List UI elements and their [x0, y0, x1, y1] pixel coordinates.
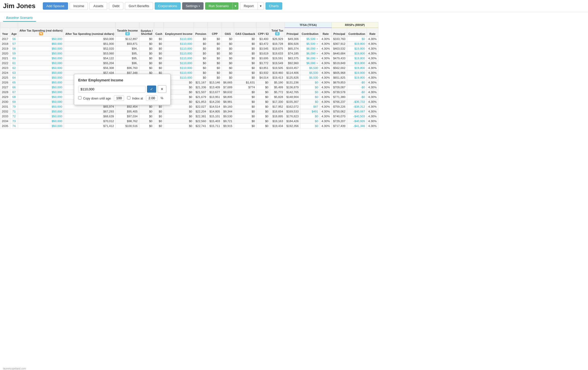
cell-rrsp-contribution[interactable]: $19,800: [347, 41, 367, 46]
cell-rrsp-contribution[interactable]: -$41,346: [347, 123, 367, 128]
cell-at-real[interactable]: $50,000: [18, 90, 64, 94]
cell-at-real[interactable]: $50,000: [18, 114, 64, 119]
cell-tfsa-contribution[interactable]: $6,000 ✕: [300, 61, 320, 65]
cell-at-real[interactable]: $50,000: [18, 85, 64, 90]
cell-emp[interactable]: $0: [164, 114, 194, 119]
cell-emp[interactable]: $0: [164, 123, 194, 128]
cell-rrsp-contribution[interactable]: -$0: [347, 90, 367, 94]
run-scenario-caret-button[interactable]: ▾: [233, 2, 238, 10]
cell-rrsp-contribution[interactable]: -$0: [347, 94, 367, 99]
index-label[interactable]: Index at: [127, 96, 143, 100]
cell-emp[interactable]: $110,000: [164, 65, 194, 70]
corporations-button[interactable]: Corporations: [155, 2, 181, 10]
gov-benefits-button[interactable]: Gov't Benefits: [125, 2, 153, 10]
cell-at-real[interactable]: $50,000: [18, 61, 64, 65]
tfsa-remove-icon[interactable]: ✕: [316, 47, 318, 50]
edit-spending-icon[interactable]: ✎: [39, 32, 43, 35]
popup-confirm-button[interactable]: ✓: [147, 86, 156, 93]
cell-rrsp-contribution[interactable]: $19,800: [347, 75, 367, 80]
cell-rrsp-contribution[interactable]: $0: [347, 36, 367, 41]
cell-tfsa-contribution[interactable]: $6,000 ✕: [300, 51, 320, 56]
tfsa-remove-icon[interactable]: ✕: [316, 42, 318, 45]
cell-at-real[interactable]: $50,000: [18, 65, 64, 70]
cell-tfsa-contribution[interactable]: $5,500 ✕: [300, 36, 320, 41]
cell-at-real[interactable]: $50,000: [18, 56, 64, 61]
cell-at-real[interactable]: $50,000: [18, 36, 64, 41]
cell-rrsp-contribution[interactable]: -$0: [347, 80, 367, 85]
cell-tfsa-contribution[interactable]: $0: [300, 94, 320, 99]
cell-tfsa-contribution[interactable]: $6,500: [300, 75, 320, 80]
cell-tfsa-contribution[interactable]: $0: [300, 119, 320, 123]
cell-tfsa-contribution[interactable]: $87: [300, 104, 320, 109]
cell-rrsp-rate: 4.30%: [367, 70, 378, 75]
cell-tfsa-contribution[interactable]: $491: [300, 109, 320, 114]
cell-tfsa-contribution[interactable]: $6,000 ✕: [300, 56, 320, 61]
cell-rrsp-contribution[interactable]: -$40,087: [347, 109, 367, 114]
popup-cancel-button[interactable]: ✕: [158, 85, 166, 93]
cell-emp[interactable]: $110,000: [164, 46, 194, 51]
copy-down-checkbox[interactable]: [78, 96, 82, 99]
index-checkbox[interactable]: [127, 96, 130, 99]
cell-at-real[interactable]: $50,000: [18, 109, 64, 114]
cell-rrsp-contribution[interactable]: $19,800: [347, 51, 367, 56]
cell-tfsa-contribution[interactable]: $0: [300, 123, 320, 128]
add-spouse-button[interactable]: Add Spouse: [43, 2, 68, 10]
cell-emp[interactable]: $110,000: [164, 41, 194, 46]
col-cpp-ei-header: [257, 22, 270, 28]
cell-emp[interactable]: $0: [164, 109, 194, 114]
cell-emp[interactable]: $0: [164, 119, 194, 123]
cell-rrsp-contribution[interactable]: -$0: [347, 85, 367, 90]
cell-at-real[interactable]: $50,000: [18, 70, 64, 75]
cell-rrsp-contribution[interactable]: -$36,732: [347, 99, 367, 104]
cell-at-real[interactable]: $50,000: [18, 123, 64, 128]
cell-tfsa-contribution[interactable]: $0: [300, 85, 320, 90]
tfsa-remove-icon[interactable]: ✕: [316, 62, 318, 65]
tfsa-remove-icon[interactable]: ✕: [316, 38, 318, 40]
copy-down-label[interactable]: Copy down until age: [78, 96, 111, 100]
charts-button[interactable]: Charts: [265, 2, 282, 10]
cell-rrsp-contribution[interactable]: $19,800: [347, 65, 367, 70]
copy-down-age-input[interactable]: [114, 95, 124, 101]
cell-at-real[interactable]: $50,000: [18, 94, 64, 99]
cell-tfsa-contribution[interactable]: $6,500: [300, 70, 320, 75]
tfsa-remove-icon[interactable]: ✕: [316, 57, 318, 60]
cell-at-real[interactable]: $50,000: [18, 41, 64, 46]
cell-at-real[interactable]: $50,000: [18, 80, 64, 85]
report-button[interactable]: Report: [240, 2, 258, 10]
cell-tfsa-contribution[interactable]: $0: [300, 99, 320, 104]
cell-emp[interactable]: $110,000: [164, 61, 194, 65]
cell-rrsp-contribution[interactable]: $19,800: [347, 70, 367, 75]
cell-at-real[interactable]: $50,000: [18, 99, 64, 104]
cell-rrsp-contribution[interactable]: $19,800: [347, 56, 367, 61]
report-caret-button[interactable]: ▾: [258, 2, 264, 10]
income-button[interactable]: Income: [70, 2, 88, 10]
run-scenario-button[interactable]: Run Scenario: [205, 2, 233, 10]
cell-tfsa-contribution[interactable]: $5,500 ✕: [300, 41, 320, 46]
cell-rrsp-contribution[interactable]: -$40,503: [347, 114, 367, 119]
assets-button[interactable]: Assets: [89, 2, 107, 10]
cell-at-real[interactable]: $50,000: [18, 46, 64, 51]
total-tax-list-icon[interactable]: ☰: [275, 32, 279, 35]
cell-at-real[interactable]: $50,000: [18, 119, 64, 123]
cell-emp[interactable]: $110,000: [164, 51, 194, 56]
cell-emp[interactable]: $110,000: [164, 36, 194, 41]
tfsa-remove-icon[interactable]: ✕: [316, 52, 318, 55]
cell-at-real[interactable]: $50,000: [18, 51, 64, 56]
cell-rrsp-contribution[interactable]: $19,800: [347, 61, 367, 65]
cell-tfsa-contribution[interactable]: $0: [300, 90, 320, 94]
cell-rrsp-contribution[interactable]: -$40,926: [347, 119, 367, 123]
cell-emp[interactable]: $110,000: [164, 56, 194, 61]
cell-rrsp-contribution[interactable]: $19,800: [347, 46, 367, 51]
index-value-input[interactable]: [146, 95, 157, 101]
cell-rrsp-contribution[interactable]: -$38,312: [347, 104, 367, 109]
employment-income-input[interactable]: [78, 86, 145, 93]
taxable-list-icon[interactable]: ☰: [125, 32, 130, 35]
cell-at-real[interactable]: $50,000: [18, 75, 64, 80]
cell-at-real[interactable]: $50,000: [18, 104, 64, 109]
cell-tfsa-contribution[interactable]: $6,000 ✕: [300, 46, 320, 51]
debt-button[interactable]: Debt: [109, 2, 123, 10]
settings-button[interactable]: Settings ▾: [182, 2, 204, 10]
cell-tfsa-contribution[interactable]: $0: [300, 114, 320, 119]
cell-tfsa-contribution[interactable]: $6,500: [300, 65, 320, 70]
cell-tfsa-contribution[interactable]: $0: [300, 80, 320, 85]
